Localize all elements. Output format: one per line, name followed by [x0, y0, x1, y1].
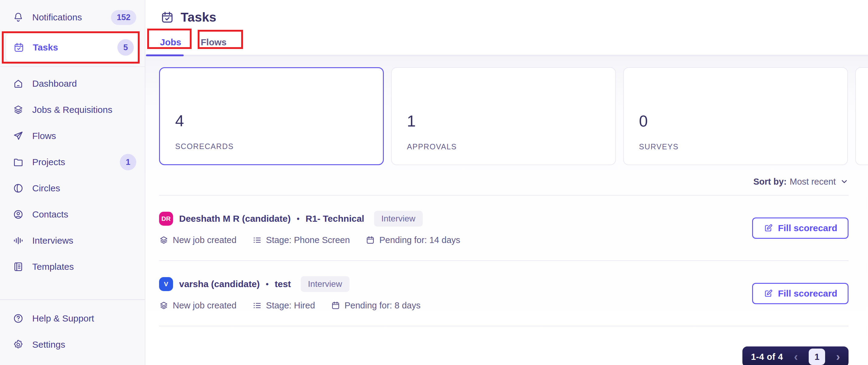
list-icon [252, 236, 262, 245]
meta-stage: Stage: Phone Screen [252, 235, 350, 245]
list-icon [252, 301, 262, 310]
sort-dropdown[interactable]: Sort by: Most recent [159, 176, 848, 188]
divider [0, 299, 145, 300]
layers-icon [159, 301, 168, 310]
fill-scorecard-button[interactable]: Fill scorecard [752, 283, 848, 304]
interview-badge: Interview [301, 276, 349, 292]
sidebar-item-flows[interactable]: Flows [0, 123, 145, 149]
meta-text: Stage: Phone Screen [266, 235, 350, 245]
meta-pending: Pending for: 8 days [331, 301, 421, 310]
gear-icon [13, 339, 24, 350]
task-details: DR Deeshath M R (candidate) • R1- Techni… [159, 211, 752, 245]
stat-card-scorecards[interactable]: 4 SCORECARDS [159, 67, 384, 165]
meta-text: Stage: Hired [266, 301, 315, 310]
job-name: R1- Technical [306, 214, 364, 224]
stat-label: APPROVALS [407, 142, 615, 151]
notifications-count-badge: 152 [111, 10, 136, 25]
sidebar-item-label: Help & Support [32, 313, 136, 324]
bell-icon [13, 12, 24, 23]
tab-jobs[interactable]: Jobs [160, 33, 181, 55]
stat-cards-row: 4 SCORECARDS 1 APPROVALS 0 SURVEYS [159, 67, 848, 165]
meta-text: Pending for: 14 days [379, 235, 460, 245]
circles-icon [13, 183, 24, 194]
job-name: test [275, 279, 291, 289]
candidate-name: varsha (candidate) [179, 279, 260, 289]
sidebar-item-label: Contacts [32, 209, 136, 220]
main-panel: Tasks Jobs Flows 4 SCORECARDS 1 APPROVAL… [145, 0, 868, 365]
sidebar-item-label: Flows [32, 131, 136, 141]
journal-icon [13, 261, 24, 272]
sidebar-item-label: Interviews [32, 236, 136, 246]
candidate-name: Deeshath M R (candidate) [179, 214, 291, 224]
calendar-check-icon [13, 42, 24, 53]
page-title: Tasks [181, 10, 216, 25]
meta-pending: Pending for: 14 days [366, 235, 460, 245]
sidebar-item-interviews[interactable]: Interviews [0, 227, 145, 254]
content-area: 4 SCORECARDS 1 APPROVALS 0 SURVEYS Sort … [145, 56, 868, 365]
chevron-left-icon[interactable]: ‹ [794, 351, 798, 363]
fill-scorecard-button[interactable]: Fill scorecard [752, 217, 848, 239]
sidebar-item-label: Projects [32, 157, 111, 167]
edit-icon [764, 288, 773, 298]
layers-icon [13, 104, 24, 115]
waveform-icon [13, 235, 24, 246]
tab-bar: Jobs Flows [145, 26, 868, 56]
stat-card-surveys[interactable]: 0 SURVEYS [623, 67, 848, 165]
task-row: DR Deeshath M R (candidate) • R1- Techni… [159, 195, 848, 261]
stat-card-approvals[interactable]: 1 APPROVALS [391, 67, 616, 165]
edit-icon [764, 223, 773, 233]
bullet-separator: • [266, 279, 269, 289]
stat-label: SCORECARDS [175, 142, 383, 151]
pagination-range: 1-4 of 4 [751, 352, 783, 362]
sort-value: Most recent [790, 177, 836, 187]
divider [0, 66, 145, 67]
stat-card-partial [855, 67, 868, 165]
projects-count-badge: 1 [120, 154, 136, 170]
button-label: Fill scorecard [778, 223, 837, 233]
button-label: Fill scorecard [778, 288, 837, 299]
sidebar-item-label: Settings [32, 339, 136, 350]
calendar-icon [366, 236, 375, 245]
stat-value: 1 [407, 112, 615, 130]
calendar-check-icon [161, 11, 174, 24]
meta-text: Pending for: 8 days [345, 301, 421, 310]
stat-label: SURVEYS [639, 142, 847, 151]
pagination-row: 1-4 of 4 ‹ 1 › [159, 346, 848, 365]
sidebar-item-tasks[interactable]: Tasks 5 [6, 33, 139, 61]
sidebar-item-settings[interactable]: Settings [0, 332, 145, 358]
meta-flow: New job created [159, 301, 237, 310]
chevron-down-icon [840, 177, 848, 186]
sort-label: Sort by: [753, 177, 787, 187]
sidebar-item-label: Dashboard [32, 79, 136, 89]
help-circle-icon [13, 313, 24, 324]
meta-stage: Stage: Hired [252, 301, 315, 310]
sidebar-item-circles[interactable]: Circles [0, 175, 145, 201]
sidebar-item-projects[interactable]: Projects 1 [0, 149, 145, 175]
sidebar-item-label: Jobs & Requisitions [32, 104, 136, 115]
avatar: V [159, 277, 173, 291]
sidebar-item-notifications[interactable]: Notifications 152 [0, 4, 145, 30]
folder-icon [13, 157, 24, 168]
sidebar-item-contacts[interactable]: Contacts [0, 201, 145, 227]
sidebar-item-templates[interactable]: Templates [0, 254, 145, 280]
sidebar-item-dashboard[interactable]: Dashboard [0, 70, 145, 97]
stat-value: 0 [639, 112, 847, 130]
user-circle-icon [13, 209, 24, 220]
meta-flow: New job created [159, 235, 237, 245]
sidebar-item-label: Circles [32, 183, 136, 193]
task-row: V varsha (candidate) • test Interview Ne… [159, 261, 848, 326]
page-header: Tasks [145, 0, 868, 26]
sidebar: Notifications 152 Tasks 5 Dashboard Jobs… [0, 0, 145, 365]
layers-icon [159, 236, 168, 245]
chevron-right-icon[interactable]: › [836, 351, 840, 363]
sidebar-item-help-support[interactable]: Help & Support [0, 305, 145, 332]
stat-value: 4 [175, 112, 383, 130]
sidebar-item-label: Notifications [32, 12, 102, 23]
page-number-button[interactable]: 1 [809, 348, 825, 365]
calendar-icon [331, 301, 340, 310]
home-icon [13, 78, 24, 89]
send-icon [13, 130, 24, 142]
sidebar-item-jobs-requisitions[interactable]: Jobs & Requisitions [0, 97, 145, 123]
avatar: DR [159, 212, 173, 226]
tab-flows[interactable]: Flows [201, 33, 226, 55]
